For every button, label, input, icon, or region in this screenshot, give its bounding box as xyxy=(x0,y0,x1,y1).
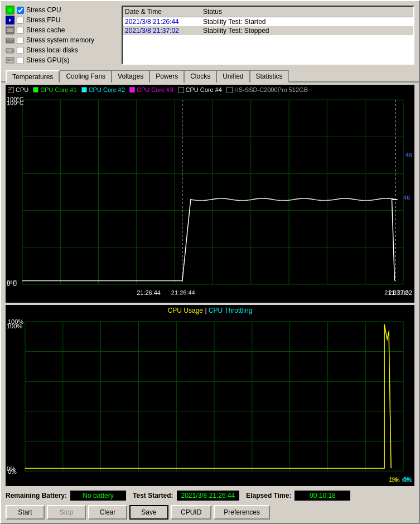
temp-chart-legend: CPU CPU Core #1 CPU Core #2 CPU Core #3 … xyxy=(6,85,414,95)
svg-rect-7 xyxy=(7,37,8,40)
svg-rect-13 xyxy=(7,51,9,52)
fpu-icon: F xyxy=(6,16,15,25)
stress-disk-checkbox[interactable] xyxy=(17,47,24,54)
svg-point-11 xyxy=(11,50,13,52)
clear-button[interactable]: Clear xyxy=(88,505,127,520)
legend-ssd-label: HS-SSD-C2000Pro 512GB xyxy=(234,86,308,93)
log-table-header: Date & Time Status xyxy=(123,7,413,17)
log-header-status: Status xyxy=(203,8,222,16)
temp-y-min-label: 0°C xyxy=(7,280,17,287)
stress-cpu-checkbox[interactable] xyxy=(17,7,24,14)
legend-cpu-checkbox[interactable] xyxy=(8,87,14,93)
log-row-1-datetime: 2021/3/8 21:26:44 xyxy=(125,18,203,26)
temp-chart-area: 100°C 0°C 21:26:44 21:37:02 46 xyxy=(6,95,414,297)
charts-area: CPU CPU Core #1 CPU Core #2 CPU Core #3 … xyxy=(1,83,419,488)
tab-statistics[interactable]: Statistics xyxy=(250,70,289,83)
tab-powers[interactable]: Powers xyxy=(149,70,184,83)
preferences-button[interactable]: Preferences xyxy=(214,505,270,520)
cache-icon xyxy=(6,26,15,35)
stress-memory-label: Stress system memory xyxy=(26,36,94,44)
cpuid-button[interactable]: CPUID xyxy=(171,505,211,520)
log-rows: 2021/3/8 21:26:44 Stability Test: Starte… xyxy=(123,17,413,35)
stress-gpu-checkbox[interactable] xyxy=(17,57,24,64)
test-started-value: 2021/3/8 21:26:44 xyxy=(177,491,240,501)
log-row-2-status: Stability Test: Stopped xyxy=(203,27,411,35)
svg-rect-5 xyxy=(7,28,13,32)
stress-fpu-checkbox[interactable] xyxy=(17,17,24,24)
usage-chart-canvas xyxy=(6,316,414,485)
test-started-label: Test Started: xyxy=(133,492,173,499)
memory-icon xyxy=(6,36,15,45)
tab-temperatures[interactable]: Temperatures xyxy=(6,70,60,83)
buttons-bar: Start Stop Clear Save CPUID Preferences xyxy=(1,503,419,523)
usage-y-max-label: 100% xyxy=(8,318,23,325)
stress-gpu-option: Stress GPU(s) xyxy=(6,56,117,65)
stress-cpu-label: Stress CPU xyxy=(26,6,61,14)
log-header-datetime: Date & Time xyxy=(125,8,203,16)
svg-rect-15 xyxy=(7,59,11,61)
stress-cache-label: Stress cache xyxy=(26,26,65,34)
stress-gpu-label: Stress GPU(s) xyxy=(26,56,69,64)
svg-rect-16 xyxy=(11,59,13,61)
legend-ssd: HS-SSD-C2000Pro 512GB xyxy=(226,86,308,93)
elapsed-label: Elapsed Time: xyxy=(246,492,291,499)
tab-unified[interactable]: Unified xyxy=(216,70,249,83)
stress-memory-option: Stress system memory xyxy=(6,36,117,45)
svg-text:F: F xyxy=(9,18,12,23)
disk-icon xyxy=(6,46,15,55)
stress-disk-option: Stress local disks xyxy=(6,46,117,55)
temp-x-end-label: 21:37:02 xyxy=(388,289,412,296)
stress-options: Stress CPU F Stress FPU xyxy=(6,6,117,65)
log-row-2[interactable]: 2021/3/8 21:37:02 Stability Test: Stoppe… xyxy=(123,26,413,35)
legend-core2-label: CPU Core #2 xyxy=(89,86,125,93)
gpu-icon xyxy=(6,56,15,65)
temp-chart-container: CPU CPU Core #1 CPU Core #2 CPU Core #3 … xyxy=(6,85,414,303)
temp-value-label: 46 xyxy=(405,152,412,158)
legend-core4-checkbox[interactable] xyxy=(178,87,184,93)
stress-disk-label: Stress local disks xyxy=(26,46,78,54)
legend-core2-box xyxy=(81,87,87,93)
elapsed-time-item: Elapsed Time: 00:10:18 xyxy=(246,491,350,501)
log-table: Date & Time Status 2021/3/8 21:26:44 Sta… xyxy=(122,6,414,65)
start-button[interactable]: Start xyxy=(6,505,45,520)
throttling-value: 0% xyxy=(403,476,412,483)
usage-chart-main-title: CPU Usage xyxy=(168,307,203,314)
legend-ssd-checkbox[interactable] xyxy=(226,87,233,93)
stress-cache-checkbox[interactable] xyxy=(17,27,24,34)
tab-voltages[interactable]: Voltages xyxy=(112,70,149,83)
usage-chart-throttling-label: CPU Throttling xyxy=(209,307,252,314)
save-button[interactable]: Save xyxy=(129,505,168,520)
legend-core3-label: CPU Core #3 xyxy=(137,86,173,93)
battery-value: No battery xyxy=(70,491,126,501)
usage-chart-title: CPU Usage | CPU Throttling xyxy=(6,305,414,316)
stress-fpu-option: F Stress FPU xyxy=(6,16,117,25)
temp-x-start-label: 21:26:44 xyxy=(137,289,161,296)
tab-clocks[interactable]: Clocks xyxy=(184,70,216,83)
legend-core1: CPU Core #1 xyxy=(33,86,76,93)
battery-status-item: Remaining Battery: No battery xyxy=(6,491,126,501)
stress-memory-checkbox[interactable] xyxy=(17,37,24,44)
usage-chart-container: CPU Usage | CPU Throttling 100% 0% 1% 0% xyxy=(6,305,414,486)
cpu-icon xyxy=(6,6,15,14)
stress-cpu-option: Stress CPU xyxy=(6,6,117,14)
svg-rect-9 xyxy=(12,37,13,40)
legend-core1-box xyxy=(33,87,38,93)
stop-button[interactable]: Stop xyxy=(47,505,86,520)
legend-cpu-label: CPU xyxy=(16,86,28,93)
tab-cooling-fans[interactable]: Cooling Fans xyxy=(60,70,112,83)
stress-cache-option: Stress cache xyxy=(6,26,117,35)
usage-chart-area: 100% 0% 1% 0% xyxy=(6,316,414,485)
main-window: Stress CPU F Stress FPU xyxy=(0,0,420,524)
cpu-usage-value: 1% xyxy=(389,476,398,483)
temp-chart-canvas xyxy=(6,95,414,297)
status-bar: Remaining Battery: No battery Test Start… xyxy=(1,488,419,503)
stress-fpu-label: Stress FPU xyxy=(26,16,60,24)
legend-cpu: CPU xyxy=(8,86,28,93)
log-row-1-status: Stability Test: Started xyxy=(203,18,411,26)
log-row-1[interactable]: 2021/3/8 21:26:44 Stability Test: Starte… xyxy=(123,17,413,26)
usage-chart-separator: | xyxy=(205,307,206,314)
test-started-item: Test Started: 2021/3/8 21:26:44 xyxy=(133,491,239,501)
legend-core3-box xyxy=(129,87,135,93)
svg-rect-1 xyxy=(8,8,12,12)
legend-core4-label: CPU Core #4 xyxy=(186,86,222,93)
